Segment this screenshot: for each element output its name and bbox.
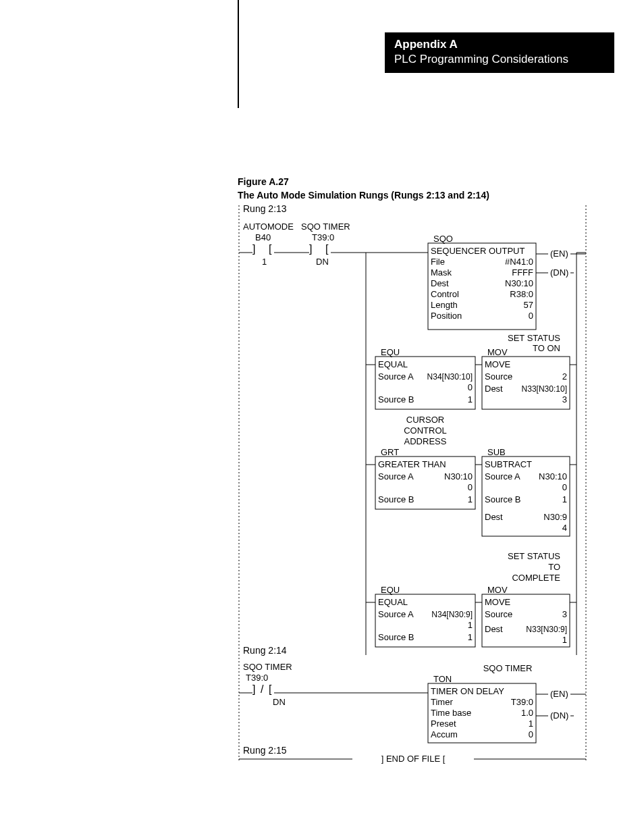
svg-text:Dest: Dest — [485, 384, 503, 394]
svg-text:SET STATUS: SET STATUS — [508, 333, 560, 343]
svg-text:1: 1 — [529, 719, 533, 729]
svg-text:Source: Source — [485, 609, 512, 619]
svg-text:File: File — [431, 257, 445, 267]
svg-text:Position: Position — [431, 311, 462, 321]
svg-text:MOV: MOV — [487, 347, 508, 357]
svg-text:Control: Control — [431, 289, 459, 299]
svg-text:(EN): (EN) — [550, 249, 568, 259]
svg-text:N30:10: N30:10 — [539, 471, 567, 481]
svg-text:/: / — [261, 683, 264, 695]
svg-text:GREATER THAN: GREATER THAN — [378, 459, 446, 469]
svg-text:Source B: Source B — [485, 494, 520, 504]
svg-text:N34[N30:10]: N34[N30:10] — [427, 372, 473, 382]
svg-text:1: 1 — [468, 620, 473, 630]
rung-213-label: Rung 2:13 — [243, 203, 287, 214]
svg-text:0: 0 — [529, 729, 533, 739]
svg-text:57: 57 — [524, 300, 533, 310]
end-of-file: ] END OF FILE [ — [381, 754, 446, 764]
svg-text:]: ] — [309, 243, 312, 255]
svg-text:N33[N30:9]: N33[N30:9] — [526, 625, 567, 634]
svg-text:SQO TIMER: SQO TIMER — [301, 221, 350, 232]
svg-text:Source B: Source B — [378, 494, 414, 504]
svg-text:Dest: Dest — [431, 278, 449, 288]
figure-title: The Auto Mode Simulation Rungs (Rungs 2:… — [238, 190, 489, 201]
svg-text:Dest: Dest — [485, 512, 503, 522]
svg-text:Source A: Source A — [378, 609, 414, 619]
svg-text:0: 0 — [468, 382, 473, 392]
appendix-subtitle: PLC Programming Considerations — [394, 53, 605, 66]
svg-text:CONTROL: CONTROL — [404, 425, 447, 436]
svg-text:TON: TON — [433, 674, 452, 684]
sqo-block: SQO SEQUENCER OUTPUT File#N41:0 MaskFFFF… — [428, 234, 586, 330]
svg-text:TO ON: TO ON — [533, 343, 560, 353]
svg-text:3: 3 — [562, 609, 567, 619]
svg-text:]: ] — [252, 683, 255, 695]
svg-text:R38:0: R38:0 — [510, 289, 533, 299]
svg-text:Source: Source — [485, 371, 512, 382]
mov-2-block: MOV MOVE Source3 DestN33[N30:9] 1 — [482, 585, 570, 647]
rung-214: SQO TIMER T39:0 ] / [ DN SQO TIMER TON T… — [239, 662, 586, 743]
svg-text:[: [ — [269, 243, 272, 255]
svg-text:EQUAL: EQUAL — [378, 359, 408, 369]
svg-text:N30:9: N30:9 — [543, 512, 567, 522]
svg-text:MOVE: MOVE — [485, 597, 511, 607]
svg-text:T39:0: T39:0 — [511, 697, 533, 707]
svg-text:SUBTRACT: SUBTRACT — [485, 459, 532, 469]
rung-213: AUTOMODE B40 ] [ 1 SQO TIMER T39:0 ] [ D… — [239, 221, 586, 655]
svg-text:Source B: Source B — [378, 394, 414, 405]
svg-text:ADDRESS: ADDRESS — [404, 436, 447, 446]
figure-number: Figure A.27 — [238, 176, 289, 187]
svg-text:4: 4 — [562, 523, 567, 533]
svg-text:1: 1 — [562, 494, 567, 504]
svg-text:[: [ — [269, 683, 272, 695]
svg-text:1.0: 1.0 — [521, 708, 533, 718]
header-banner: Appendix A PLC Programming Consideration… — [385, 32, 614, 73]
ladder-diagram: Rung 2:13 AUTOMODE B40 ] [ 1 SQO TIMER T… — [238, 203, 589, 770]
svg-text:3: 3 — [562, 394, 567, 405]
svg-text:Source B: Source B — [378, 632, 414, 642]
svg-text:Accum: Accum — [431, 729, 458, 739]
svg-text:DN: DN — [316, 257, 329, 267]
svg-text:2: 2 — [562, 371, 567, 382]
mov-1-block: MOV MOVE Source2 DestN33[N30:10] 3 — [482, 347, 570, 409]
equ-1-block: EQU EQUAL Source AN34[N30:10] 0 Source B… — [375, 347, 475, 409]
svg-text:0: 0 — [529, 311, 533, 321]
svg-text:B40: B40 — [255, 232, 271, 242]
svg-text:0: 0 — [468, 482, 473, 492]
svg-text:1: 1 — [468, 494, 473, 504]
svg-text:SUB: SUB — [487, 447, 506, 457]
svg-text:Preset: Preset — [431, 719, 456, 729]
svg-text:[: [ — [325, 243, 329, 255]
appendix-title: Appendix A — [394, 38, 605, 51]
rung-215-label: Rung 2:15 — [243, 745, 287, 756]
sub-block: SUB SUBTRACT Source AN30:10 0 Source B1 … — [482, 447, 570, 536]
svg-text:GRT: GRT — [381, 447, 399, 457]
svg-text:MOV: MOV — [487, 585, 508, 595]
top-margin-rule — [238, 0, 239, 108]
svg-text:]: ] — [252, 243, 255, 255]
svg-text:N30:10: N30:10 — [444, 471, 473, 481]
svg-text:CURSOR: CURSOR — [406, 415, 444, 425]
svg-text:Timer: Timer — [431, 697, 453, 707]
svg-text:T39:0: T39:0 — [246, 673, 268, 683]
svg-text:SQO TIMER: SQO TIMER — [483, 663, 533, 673]
svg-text:1: 1 — [262, 257, 267, 267]
svg-text:Time base: Time base — [431, 708, 471, 718]
ton-block: TON TIMER ON DELAY TimerT39:0 Time base1… — [428, 674, 586, 743]
grt-block: GRT GREATER THAN Source AN30:10 0 Source… — [375, 447, 475, 509]
svg-text:AUTOMODE: AUTOMODE — [243, 221, 294, 232]
svg-text:(DN): (DN) — [550, 710, 568, 721]
svg-text:Mask: Mask — [431, 267, 452, 278]
equ-2-block: EQU EQUAL Source AN34[N30:9] 1 Source B1 — [375, 585, 475, 647]
svg-text:TO: TO — [548, 562, 560, 572]
svg-text:SET STATUS: SET STATUS — [508, 551, 560, 561]
svg-text:Source A: Source A — [485, 471, 520, 481]
rung-214-label: Rung 2:14 — [243, 645, 287, 656]
svg-text:Length: Length — [431, 300, 458, 310]
svg-text:TIMER ON DELAY: TIMER ON DELAY — [431, 686, 504, 696]
svg-text:N30:10: N30:10 — [505, 278, 533, 288]
svg-text:1: 1 — [468, 632, 473, 642]
svg-text:Dest: Dest — [485, 624, 503, 634]
svg-text:N34[N30:9]: N34[N30:9] — [431, 610, 473, 619]
svg-text:(DN): (DN) — [550, 267, 568, 278]
